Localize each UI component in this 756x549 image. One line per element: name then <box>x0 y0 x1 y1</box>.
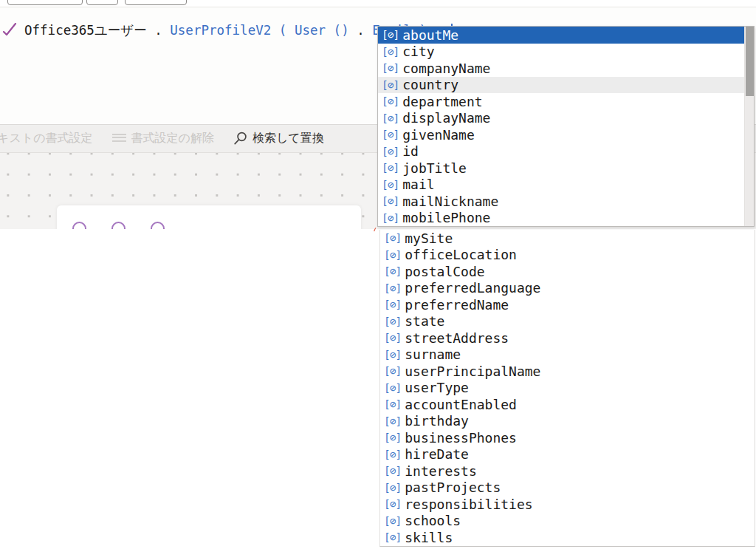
autocomplete-item-label: userType <box>405 380 469 395</box>
property-icon: [⊘] <box>382 211 399 223</box>
property-icon: [⊘] <box>384 432 401 443</box>
property-icon: [⊘] <box>384 248 401 260</box>
canvas-card[interactable] <box>57 205 361 229</box>
autocomplete-item[interactable]: [⊘] aboutMe <box>378 27 754 44</box>
autocomplete-item[interactable]: [⊘] displayName <box>378 110 754 127</box>
autocomplete-item-label: mailNickname <box>402 194 498 209</box>
autocomplete-item-label: streetAddress <box>405 330 509 346</box>
autocomplete-item[interactable]: [⊘] mailNickname <box>378 193 754 210</box>
autocomplete-item-label: mobilePhone <box>402 210 490 225</box>
property-icon: [⊘] <box>384 448 401 460</box>
autocomplete-item-label: userPrincipalName <box>405 364 540 379</box>
property-icon: [⊘] <box>384 514 401 526</box>
property-icon: [⊘] <box>382 62 399 74</box>
autocomplete-item[interactable]: [⊘] country <box>378 77 754 94</box>
autocomplete-item-label: pastProjects <box>405 480 501 495</box>
autocomplete-item[interactable]: [⊘] interests <box>380 463 755 480</box>
radio-circle[interactable] <box>151 222 165 229</box>
autocomplete-item-label: postalCode <box>405 264 484 279</box>
top-control-box[interactable] <box>125 0 187 5</box>
autocomplete-item-label: surname <box>405 347 461 362</box>
autocomplete-item[interactable]: [⊘] mail <box>378 177 754 194</box>
autocomplete-item[interactable]: [⊘] userPrincipalName <box>380 363 755 380</box>
autocomplete-item[interactable]: [⊘] schools <box>380 513 755 530</box>
property-icon: [⊘] <box>382 95 399 107</box>
autocomplete-item[interactable]: [⊘] mobilePhone <box>378 210 754 227</box>
autocomplete-item[interactable]: [⊘] hireDate <box>380 446 755 463</box>
autocomplete-item[interactable]: [⊘] pastProjects <box>380 480 755 497</box>
autocomplete-item[interactable]: [⊘] responsibilities <box>380 496 755 513</box>
autocomplete-item-label: aboutMe <box>402 27 458 43</box>
scrollbar-thumb[interactable] <box>746 27 754 96</box>
formula-token: . <box>357 23 365 38</box>
formula-token: . <box>154 23 162 38</box>
property-icon: [⊘] <box>384 265 401 277</box>
autocomplete-item[interactable]: [⊘] postalCode <box>380 263 755 280</box>
radio-circle[interactable] <box>111 222 126 229</box>
autocomplete-item-label: birthday <box>405 413 469 429</box>
autocomplete-item[interactable]: [⊘] id <box>378 143 754 160</box>
autocomplete-item[interactable]: [⊘] preferredLanguage <box>380 280 755 297</box>
radio-circle[interactable] <box>72 222 86 229</box>
formula-token: ( <box>279 23 287 38</box>
autocomplete-item[interactable]: [⊘] city <box>378 44 754 61</box>
property-icon: [⊘] <box>384 332 401 344</box>
property-icon: [⊘] <box>384 531 401 543</box>
property-icon: [⊘] <box>382 195 399 207</box>
property-icon: [⊘] <box>384 348 401 360</box>
formula-check-icon <box>2 23 17 38</box>
autocomplete-item-label: jobTitle <box>402 160 467 176</box>
autocomplete-item[interactable]: [⊘] surname <box>380 347 755 364</box>
autocomplete-item[interactable]: [⊘] department <box>378 93 754 110</box>
property-icon: [⊘] <box>382 129 399 140</box>
autocomplete-item-label: officeLocation <box>405 247 517 262</box>
autocomplete-item[interactable]: [⊘] streetAddress <box>380 330 755 347</box>
property-icon: [⊘] <box>384 315 401 327</box>
autocomplete-item-label: hireDate <box>405 446 469 462</box>
autocomplete-item-label: displayName <box>402 110 490 126</box>
autocomplete-item[interactable]: [⊘] birthday <box>380 413 755 430</box>
autocomplete-lower-panel: [⊘] mySite [⊘] officeLocation [⊘] postal… <box>379 230 755 547</box>
find-replace-button[interactable]: 検索して置換 <box>233 131 324 146</box>
clear-formatting-button[interactable]: 書式設定の解除 <box>112 131 214 146</box>
property-icon: [⊘] <box>384 465 401 477</box>
top-control-box[interactable] <box>86 0 118 5</box>
autocomplete-item[interactable]: [⊘] mySite <box>380 230 755 247</box>
autocomplete-item[interactable]: [⊘] companyName <box>378 60 754 77</box>
autocomplete-item[interactable]: [⊘] skills <box>380 529 755 546</box>
property-icon: [⊘] <box>384 282 401 293</box>
property-icon: [⊘] <box>384 232 401 244</box>
autocomplete-item-label: city <box>402 44 434 59</box>
autocomplete-item-label: id <box>402 143 419 159</box>
scrollbar[interactable] <box>744 27 754 226</box>
find-replace-label: 検索して置換 <box>252 131 324 146</box>
autocomplete-item-label: preferredName <box>405 297 509 313</box>
autocomplete-item[interactable]: [⊘] givenName <box>378 126 754 143</box>
autocomplete-item-label: companyName <box>402 61 490 76</box>
text-format-label: キストの書式設定 <box>0 131 93 146</box>
autocomplete-item[interactable]: [⊘] jobTitle <box>378 160 754 177</box>
autocomplete-item[interactable]: [⊘] state <box>380 313 755 330</box>
formula-token: Office365ユーザー <box>24 23 147 38</box>
autocomplete-item-label: mail <box>402 177 434 192</box>
autocomplete-item-label: interests <box>405 463 477 479</box>
autocomplete-item[interactable]: [⊘] accountEnabled <box>380 396 755 413</box>
property-icon: [⊘] <box>384 481 401 493</box>
property-icon: [⊘] <box>382 78 399 90</box>
property-icon: [⊘] <box>384 398 401 410</box>
top-control-box[interactable] <box>7 0 83 5</box>
property-icon: [⊘] <box>382 162 399 174</box>
autocomplete-item-label: givenName <box>402 127 475 143</box>
formula-token: () <box>334 23 349 38</box>
autocomplete-item[interactable]: [⊘] preferredName <box>380 296 755 313</box>
autocomplete-upper-panel: [⊘] aboutMe [⊘] city [⊘] companyName [⊘]… <box>377 26 755 227</box>
clear-formatting-icon <box>112 134 126 143</box>
property-icon: [⊘] <box>384 299 401 310</box>
autocomplete-item[interactable]: [⊘] officeLocation <box>380 247 755 264</box>
autocomplete-item[interactable]: [⊘] userType <box>380 380 755 397</box>
clear-formatting-label: 書式設定の解除 <box>131 131 214 146</box>
autocomplete-item[interactable]: [⊘] businessPhones <box>380 429 755 446</box>
property-icon: [⊘] <box>382 178 399 190</box>
property-icon: [⊘] <box>382 45 399 57</box>
text-format-button[interactable]: キストの書式設定 <box>0 131 93 146</box>
